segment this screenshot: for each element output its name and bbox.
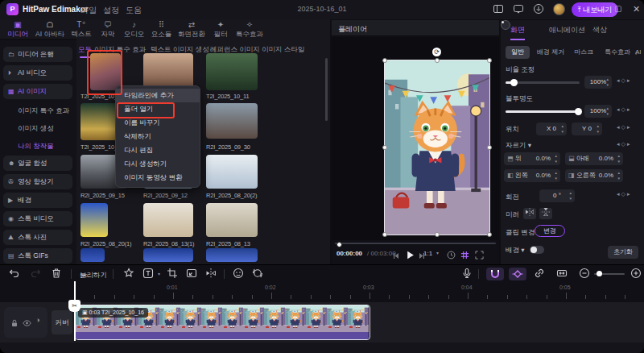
tab-media[interactable]: ▣미디어 (3, 20, 32, 39)
selection-handle[interactable] (487, 232, 492, 237)
crop-right[interactable]: ◨ 오른쪽0.0%▲▼ (565, 169, 623, 182)
prev-frame-icon[interactable] (393, 248, 400, 263)
minimize-button[interactable]: — (597, 4, 605, 14)
zoom-in-icon[interactable] (630, 268, 642, 280)
media-thumbnail[interactable] (90, 53, 121, 90)
close-button[interactable]: ✕ (633, 4, 640, 14)
mute-icon[interactable]: ◑ (35, 316, 39, 324)
timeline-zoom-knob[interactable] (597, 271, 602, 276)
position-y[interactable]: Y 0▲▼ (572, 123, 602, 135)
media-thumbnail[interactable] (206, 103, 258, 139)
tab-text[interactable]: T⁺텍스트 (68, 20, 95, 39)
tab-subtitle[interactable]: 🗩자막 (95, 20, 121, 39)
tab-filter[interactable]: ✦필터 (208, 20, 233, 39)
sidebar-item-6[interactable]: ☻얼굴 합성 (3, 156, 72, 171)
context-menu-item-4[interactable]: 다시 편집 (116, 143, 200, 157)
tab-avatar[interactable]: ᗝAI 아바타 (32, 20, 68, 39)
selection-handle[interactable] (435, 58, 440, 63)
text-tool-icon[interactable] (142, 268, 155, 280)
media-thumbnail[interactable] (80, 248, 105, 262)
props-tab-2[interactable]: 색상 (592, 25, 607, 35)
selection-handle[interactable] (382, 145, 387, 150)
mic-icon[interactable] (460, 268, 473, 280)
sidebar-item-0[interactable]: 🗀미디어 은행 (3, 47, 72, 62)
crop-bottom[interactable]: ◧ 아래0.0%▲▼ (565, 152, 623, 165)
selection-handle[interactable] (487, 58, 492, 63)
link-icon[interactable] (533, 268, 546, 280)
rotate-dial[interactable] (501, 20, 510, 30)
crop-top[interactable]: ◧ 위0.0%▲▼ (504, 152, 560, 165)
stepper-icon[interactable]: ▲▼ (561, 123, 564, 135)
maximize-button[interactable]: ▢ (614, 4, 621, 14)
mirror-horizontal-icon[interactable] (523, 208, 536, 219)
stepper-icon[interactable]: ▲▼ (606, 106, 609, 117)
stepper-icon[interactable]: ▲▼ (597, 123, 600, 135)
media-thumbnail[interactable] (206, 248, 258, 262)
timeline-ruler[interactable]: 0:010:020:030:040:05 (0, 283, 644, 301)
props-subtab-0[interactable]: 일반 (506, 46, 530, 59)
props-tab-1[interactable]: 애니메이션 (549, 25, 585, 35)
seek-bar[interactable] (335, 243, 496, 244)
keyframe-control[interactable]: ◂◇▸ (617, 124, 641, 131)
subtab-scroll-icon[interactable]: › (635, 49, 638, 57)
media-thumbnail[interactable] (143, 203, 193, 237)
faceswap-icon[interactable] (251, 268, 264, 280)
crop-icon[interactable] (166, 268, 179, 280)
tab-fx[interactable]: ✧특수효과 (233, 20, 266, 39)
background-toggle[interactable] (530, 246, 544, 254)
sticker-icon[interactable] (122, 268, 135, 280)
media-thumbnail[interactable] (206, 155, 258, 189)
timeline-clip[interactable]: ▣ 0:03 T2I_2025_10_16 (75, 305, 370, 340)
crop-left[interactable]: ◧ 왼쪽0.0%▲▼ (504, 169, 560, 182)
context-menu-item-1[interactable]: 폴더 열기 (116, 102, 200, 116)
opacity-slider[interactable] (506, 110, 580, 113)
filter-tab-0[interactable]: 모두 (78, 45, 92, 55)
export-button[interactable]: ⤒ 내보내기 (572, 2, 618, 17)
fit-icon[interactable] (555, 268, 568, 280)
context-menu-item-0[interactable]: 타임라인에 추가 (116, 89, 200, 102)
media-scrollbar[interactable] (325, 58, 328, 121)
sidebar-item-3[interactable]: 이미지 특수 효과 (18, 106, 69, 116)
sidebar-item-8[interactable]: ▶배경 (3, 193, 72, 208)
magnet-icon[interactable] (486, 268, 504, 280)
cover-button[interactable]: 커버 (52, 310, 72, 334)
selection-handle[interactable] (382, 232, 387, 237)
sidebar-item-11[interactable]: ▤스톡 GIFs (3, 248, 72, 264)
menu-help[interactable]: 도움 (126, 5, 142, 16)
playhead-cut-handle[interactable]: ✂ (68, 300, 80, 312)
scale-slider[interactable] (506, 81, 580, 84)
props-tab-0[interactable]: 화면 (510, 25, 525, 35)
speed-icon[interactable] (447, 248, 456, 263)
fullscreen-icon[interactable] (475, 248, 484, 263)
keyframe-control[interactable]: ◂◇▸ (617, 77, 641, 84)
mirror-vertical-icon[interactable] (539, 208, 552, 219)
chevron-down-icon[interactable]: ▾ (436, 250, 439, 255)
stepper-icon[interactable]: ▲▼ (555, 170, 558, 181)
grid-icon[interactable] (460, 248, 469, 263)
chevron-down-icon[interactable]: ▾ (158, 271, 160, 276)
face-icon[interactable] (232, 268, 245, 280)
stepper-icon[interactable]: ▲▼ (606, 77, 609, 88)
lock-icon[interactable] (10, 316, 19, 330)
selection-handle[interactable] (435, 232, 440, 237)
tab-audio[interactable]: ♪오디오 (121, 20, 147, 39)
undo-icon[interactable] (8, 268, 21, 280)
sidebar-item-2[interactable]: ▦AI 이미지 (3, 84, 72, 99)
redo-icon[interactable] (29, 268, 42, 280)
selection-handle[interactable] (382, 58, 387, 63)
opacity-value[interactable]: 100%▲▼ (584, 105, 612, 118)
media-thumbnail[interactable] (206, 203, 258, 237)
sidebar-item-4[interactable]: 이미지 생성 (18, 124, 54, 134)
scale-slider-knob[interactable] (510, 79, 518, 86)
context-menu-item-6[interactable]: 이미지 동영상 변환 (116, 171, 200, 185)
pip-icon[interactable] (185, 268, 198, 280)
menu-settings[interactable]: 설정 (103, 5, 119, 16)
stepper-icon[interactable]: ▲▼ (617, 170, 621, 181)
stage-image[interactable] (385, 60, 489, 235)
stepper-icon[interactable]: ▲▼ (555, 153, 558, 164)
eye-icon[interactable] (23, 316, 31, 330)
seek-knob[interactable] (336, 242, 342, 247)
props-subtab-1[interactable]: 배경 제거 (531, 46, 570, 59)
sidebar-item-10[interactable]: ⛰스톡 사진 (3, 230, 72, 245)
zoom-ratio[interactable]: 1:1 (423, 250, 432, 257)
